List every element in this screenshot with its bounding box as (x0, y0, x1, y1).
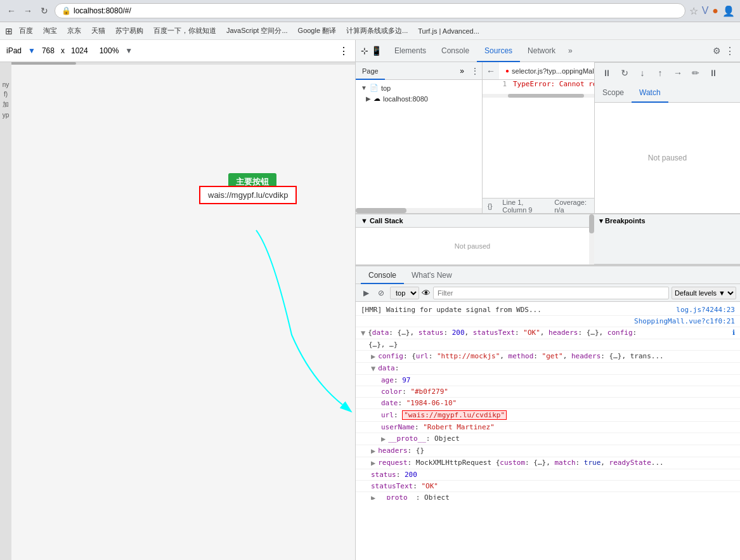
console-line-data: ▼ data: (356, 363, 740, 375)
eye-btn[interactable]: 👁 (422, 288, 431, 298)
watch-tab[interactable]: Watch (632, 82, 668, 103)
bookmark-jingdong[interactable]: 京东 (63, 25, 85, 37)
proto-data-text: __proto__: Object (388, 434, 735, 443)
pause-btn[interactable]: ⏸ (600, 66, 614, 80)
stop-btn[interactable]: ⊘ (375, 287, 387, 299)
headers-text: headers: {} (378, 446, 735, 455)
proto-outer-expand[interactable]: ▶ (371, 493, 375, 500)
file-tab-selector[interactable]: ● selector.js?typ...oppingMall.vue ✕ (499, 62, 594, 80)
url-highlight: "wais://mgypf.lu/cvdikp" (402, 410, 507, 420)
tab-console[interactable]: Console (434, 40, 477, 62)
coverage-info: Coverage: n/a (554, 199, 589, 214)
device-name: iPad (6, 46, 22, 55)
step-btn[interactable]: → (671, 66, 685, 80)
tree-scroll-thumb[interactable] (356, 208, 406, 213)
bookmark-google-translate[interactable]: Google 翻译 (294, 25, 341, 37)
devtools-settings[interactable]: ⚙ (713, 46, 721, 56)
apps-icon[interactable]: ⊞ (5, 26, 13, 36)
async-btn[interactable]: ⏸ (706, 66, 720, 80)
console-tab[interactable]: Console (361, 266, 404, 284)
left-callstack: ▼ Call Stack Not paused (356, 214, 589, 264)
shopping-source[interactable]: ShoppingMall.vue?c1f0:21 (634, 317, 735, 325)
bookmark-baiduyixia[interactable]: 百度一下，你就知道 (150, 25, 220, 37)
info-icon[interactable]: ℹ (732, 329, 735, 337)
extensions-icon[interactable]: V (702, 5, 709, 16)
inspect-icon[interactable]: ⊹ (361, 46, 368, 56)
request-expand[interactable]: ▶ (371, 459, 375, 467)
console-line-username: userName: "Robert Martinez" (356, 422, 740, 433)
refresh-button[interactable]: ↻ (38, 4, 51, 17)
step-over-btn[interactable]: ↺ (618, 66, 632, 80)
not-paused-label: Not paused (648, 153, 687, 162)
bookmark-taobao[interactable]: 淘宝 (39, 25, 61, 37)
hmr-source[interactable]: log.js?4244:23 (676, 306, 735, 314)
tab-sources[interactable]: Sources (477, 40, 520, 62)
data-expand[interactable]: ▼ (371, 364, 375, 373)
expand-icon[interactable]: ▼ (361, 329, 365, 337)
tab-elements[interactable]: Elements (387, 40, 434, 62)
bookmark-turf[interactable]: Turf.js | Advanced... (414, 26, 483, 36)
callstack-header[interactable]: ▼ Call Stack (356, 214, 589, 228)
bookmark-calc[interactable]: 计算两条线或多边... (342, 25, 412, 37)
tree-scrollbar[interactable] (356, 208, 482, 213)
scope-tab[interactable]: Scope (595, 82, 632, 103)
browser-chrome: ← → ↻ 🔒 localhost:8080/#/ ☆ V ● 👤 (0, 0, 740, 22)
scroll-bar-top (0, 62, 355, 65)
deactivate-btn[interactable]: ✏ (689, 66, 703, 80)
forward-button[interactable]: → (22, 4, 34, 17)
console-line-hmr: [HMR] Waiting for update signal from WDS… (356, 304, 740, 316)
bookmark-tianmao[interactable]: 天猫 (88, 25, 109, 37)
star-icon[interactable]: ☆ (689, 5, 698, 17)
callstack-not-paused: Not paused (455, 242, 490, 250)
devtools-menu-icon[interactable]: ⋮ (725, 45, 735, 57)
zoom-dropdown-icon[interactable]: ▼ (125, 46, 133, 55)
play-btn[interactable]: ▶ (360, 287, 372, 299)
step-out-btn[interactable]: ↑ (653, 66, 667, 80)
data-text: data: (378, 364, 735, 372)
sources-more-tab[interactable]: » (456, 67, 468, 75)
sub-text: {…}, …} (368, 341, 735, 349)
account-icon[interactable]: 👤 (722, 5, 735, 17)
sidebar-plus[interactable]: 加 (3, 100, 9, 109)
bookmark-js[interactable]: JavaScript 空间分... (223, 25, 292, 37)
devtools-more-tabs[interactable]: » (563, 46, 578, 55)
tree-item-localhost[interactable]: ▶ ☁ localhost:8080 (356, 93, 482, 104)
more-options-icon[interactable]: ⋮ (339, 45, 349, 57)
scroll-thumb-top[interactable] (0, 62, 76, 65)
device-zoom: 100% (100, 46, 119, 55)
console-line-object: ▼ {data: {…}, status: 200, statusText: "… (356, 327, 740, 339)
code-h-scrollbar[interactable] (483, 94, 594, 98)
device-mode-icon[interactable]: 📱 (371, 46, 382, 56)
step-into-btn[interactable]: ↓ (635, 66, 649, 80)
level-select[interactable]: Default levels ▼ (672, 287, 736, 299)
bookmark-baidu[interactable]: 百度 (15, 25, 37, 37)
tree-item-top[interactable]: ▼ 📄 top (356, 82, 482, 93)
console-line-url: url: "wais://mgypf.lu/cvdikp" (356, 409, 740, 422)
sources-dots[interactable]: ⋮ (468, 66, 482, 76)
page-tab[interactable]: Page (356, 62, 385, 80)
whats-new-tab[interactable]: What's New (404, 266, 460, 284)
proto-data-expand[interactable]: ▶ (381, 434, 386, 443)
filter-input[interactable] (433, 287, 669, 299)
device-dropdown-icon[interactable]: ▼ (28, 46, 36, 55)
code-h-scroll-thumb[interactable] (508, 94, 584, 98)
back-button[interactable]: ← (5, 4, 18, 17)
scope-watch-tabs: Scope Watch (595, 82, 740, 103)
config-expand[interactable]: ▶ (371, 352, 375, 361)
error-dot-selector: ● (505, 62, 509, 80)
callstack-scroll-thumb[interactable] (589, 214, 594, 233)
url-bar[interactable]: 🔒 localhost:8080/#/ (55, 3, 685, 18)
file-tree: ▼ 📄 top ▶ ☁ localhost:8080 (356, 80, 482, 208)
left-sidebar: ny f) 加 yp (0, 62, 11, 560)
profile-icon[interactable]: ● (712, 5, 718, 16)
folder-icon: 📄 (370, 84, 379, 92)
callstack-scrollbar[interactable] (589, 214, 594, 264)
sidebar-yp: yp (3, 112, 10, 119)
bookmark-suning[interactable]: 苏宁易购 (112, 25, 147, 37)
url-text: localhost:8080/#/ (74, 6, 131, 15)
headers-expand[interactable]: ▶ (371, 446, 375, 455)
back-file-icon[interactable]: ← (483, 66, 499, 76)
context-select[interactable]: top (390, 287, 419, 299)
tab-network[interactable]: Network (520, 40, 563, 62)
breakpoints-header[interactable]: ▾ Breakpoints (594, 214, 740, 264)
